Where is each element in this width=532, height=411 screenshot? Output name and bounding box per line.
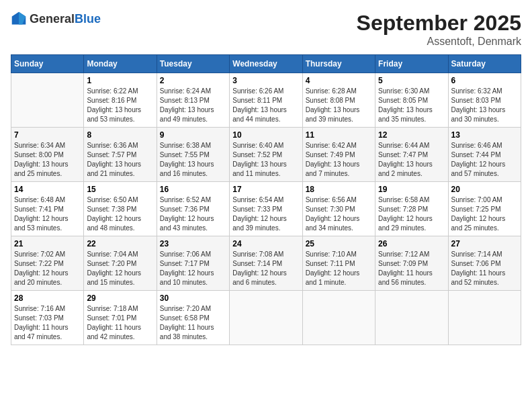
day-number: 20 xyxy=(451,185,518,194)
day-number: 10 xyxy=(232,130,299,140)
header: GeneralBlue September 2025 Assentoft, De… xyxy=(11,11,521,48)
day-number: 13 xyxy=(451,130,518,140)
calendar-cell xyxy=(375,291,448,345)
calendar-cell: 25Sunrise: 7:10 AM Sunset: 7:11 PM Dayli… xyxy=(302,236,375,291)
calendar-cell: 21Sunrise: 7:02 AM Sunset: 7:22 PM Dayli… xyxy=(11,236,84,291)
weekday-header: Thursday xyxy=(302,55,375,73)
day-number: 17 xyxy=(232,185,299,194)
day-info: Sunrise: 6:54 AM Sunset: 7:33 PM Dayligh… xyxy=(232,195,299,233)
calendar-cell: 30Sunrise: 7:20 AM Sunset: 6:58 PM Dayli… xyxy=(157,291,229,345)
month-title: September 2025 xyxy=(357,11,521,36)
weekday-header: Tuesday xyxy=(157,55,229,73)
calendar-cell: 26Sunrise: 7:12 AM Sunset: 7:09 PM Dayli… xyxy=(375,236,448,291)
day-info: Sunrise: 7:16 AM Sunset: 7:03 PM Dayligh… xyxy=(14,304,81,342)
calendar-cell: 17Sunrise: 6:54 AM Sunset: 7:33 PM Dayli… xyxy=(230,182,302,236)
day-number: 27 xyxy=(451,239,518,248)
calendar-cell: 14Sunrise: 6:48 AM Sunset: 7:41 PM Dayli… xyxy=(11,182,84,236)
day-info: Sunrise: 7:20 AM Sunset: 6:58 PM Dayligh… xyxy=(160,304,226,342)
day-info: Sunrise: 7:18 AM Sunset: 7:01 PM Dayligh… xyxy=(87,304,153,342)
day-number: 29 xyxy=(87,293,153,303)
day-info: Sunrise: 6:56 AM Sunset: 7:30 PM Dayligh… xyxy=(306,195,372,233)
day-number: 18 xyxy=(306,185,372,194)
day-info: Sunrise: 6:32 AM Sunset: 8:03 PM Dayligh… xyxy=(451,87,518,124)
day-number: 30 xyxy=(160,293,226,303)
calendar-cell: 24Sunrise: 7:08 AM Sunset: 7:14 PM Dayli… xyxy=(230,236,302,291)
day-number: 21 xyxy=(14,239,81,248)
calendar-cell: 4Sunrise: 6:28 AM Sunset: 8:08 PM Daylig… xyxy=(302,73,375,128)
calendar-week-row: 21Sunrise: 7:02 AM Sunset: 7:22 PM Dayli… xyxy=(11,236,521,291)
day-info: Sunrise: 7:12 AM Sunset: 7:09 PM Dayligh… xyxy=(378,250,445,287)
calendar-cell: 10Sunrise: 6:40 AM Sunset: 7:52 PM Dayli… xyxy=(230,128,302,182)
calendar-cell: 12Sunrise: 6:44 AM Sunset: 7:47 PM Dayli… xyxy=(375,128,448,182)
calendar-cell: 28Sunrise: 7:16 AM Sunset: 7:03 PM Dayli… xyxy=(11,291,84,345)
calendar-cell: 11Sunrise: 6:42 AM Sunset: 7:49 PM Dayli… xyxy=(302,128,375,182)
calendar-cell: 18Sunrise: 6:56 AM Sunset: 7:30 PM Dayli… xyxy=(302,182,375,236)
day-number: 25 xyxy=(306,239,372,248)
calendar-cell: 13Sunrise: 6:46 AM Sunset: 7:44 PM Dayli… xyxy=(448,128,521,182)
day-info: Sunrise: 6:42 AM Sunset: 7:49 PM Dayligh… xyxy=(306,141,372,179)
day-info: Sunrise: 7:14 AM Sunset: 7:06 PM Dayligh… xyxy=(451,250,518,287)
logo-icon xyxy=(11,11,27,27)
day-number: 4 xyxy=(306,76,372,85)
day-number: 7 xyxy=(14,130,81,140)
day-number: 6 xyxy=(451,76,518,85)
day-number: 28 xyxy=(14,293,81,303)
day-number: 11 xyxy=(306,130,372,140)
weekday-header: Saturday xyxy=(448,55,521,73)
day-info: Sunrise: 6:34 AM Sunset: 8:00 PM Dayligh… xyxy=(14,141,81,179)
calendar-cell: 7Sunrise: 6:34 AM Sunset: 8:00 PM Daylig… xyxy=(11,128,84,182)
day-number: 12 xyxy=(378,130,445,140)
day-info: Sunrise: 6:48 AM Sunset: 7:41 PM Dayligh… xyxy=(14,195,81,233)
calendar-cell: 3Sunrise: 6:26 AM Sunset: 8:11 PM Daylig… xyxy=(230,73,302,128)
day-info: Sunrise: 6:44 AM Sunset: 7:47 PM Dayligh… xyxy=(378,141,445,179)
calendar-cell xyxy=(302,291,375,345)
logo: GeneralBlue xyxy=(11,11,101,27)
day-number: 14 xyxy=(14,185,81,194)
day-number: 16 xyxy=(160,185,226,194)
day-info: Sunrise: 7:04 AM Sunset: 7:20 PM Dayligh… xyxy=(87,250,153,287)
calendar-cell: 5Sunrise: 6:30 AM Sunset: 8:05 PM Daylig… xyxy=(375,73,448,128)
day-info: Sunrise: 6:30 AM Sunset: 8:05 PM Dayligh… xyxy=(378,87,445,124)
calendar-cell: 6Sunrise: 6:32 AM Sunset: 8:03 PM Daylig… xyxy=(448,73,521,128)
calendar-header: SundayMondayTuesdayWednesdayThursdayFrid… xyxy=(11,55,521,73)
day-number: 9 xyxy=(160,130,226,140)
day-info: Sunrise: 6:36 AM Sunset: 7:57 PM Dayligh… xyxy=(87,141,153,179)
calendar-cell: 16Sunrise: 6:52 AM Sunset: 7:36 PM Dayli… xyxy=(157,182,229,236)
calendar-week-row: 14Sunrise: 6:48 AM Sunset: 7:41 PM Dayli… xyxy=(11,182,521,236)
weekday-header: Friday xyxy=(375,55,448,73)
logo-text-general: General xyxy=(30,12,75,26)
calendar-week-row: 7Sunrise: 6:34 AM Sunset: 8:00 PM Daylig… xyxy=(11,128,521,182)
calendar-cell: 15Sunrise: 6:50 AM Sunset: 7:38 PM Dayli… xyxy=(84,182,157,236)
calendar-cell: 20Sunrise: 7:00 AM Sunset: 7:25 PM Dayli… xyxy=(448,182,521,236)
day-info: Sunrise: 7:02 AM Sunset: 7:22 PM Dayligh… xyxy=(14,250,81,287)
day-number: 23 xyxy=(160,239,226,248)
day-info: Sunrise: 6:28 AM Sunset: 8:08 PM Dayligh… xyxy=(306,87,372,124)
location-title: Assentoft, Denmark xyxy=(357,36,521,48)
day-number: 26 xyxy=(378,239,445,248)
calendar-cell: 1Sunrise: 6:22 AM Sunset: 8:16 PM Daylig… xyxy=(84,73,157,128)
day-info: Sunrise: 6:38 AM Sunset: 7:55 PM Dayligh… xyxy=(160,141,226,179)
calendar-cell: 29Sunrise: 7:18 AM Sunset: 7:01 PM Dayli… xyxy=(84,291,157,345)
day-number: 19 xyxy=(378,185,445,194)
weekday-header: Monday xyxy=(84,55,157,73)
day-number: 5 xyxy=(378,76,445,85)
day-info: Sunrise: 6:22 AM Sunset: 8:16 PM Dayligh… xyxy=(87,87,153,124)
calendar-week-row: 1Sunrise: 6:22 AM Sunset: 8:16 PM Daylig… xyxy=(11,73,521,128)
day-info: Sunrise: 7:08 AM Sunset: 7:14 PM Dayligh… xyxy=(232,250,299,287)
title-area: September 2025 Assentoft, Denmark xyxy=(357,11,521,48)
calendar-cell: 2Sunrise: 6:24 AM Sunset: 8:13 PM Daylig… xyxy=(157,73,229,128)
day-info: Sunrise: 6:46 AM Sunset: 7:44 PM Dayligh… xyxy=(451,141,518,179)
calendar-cell: 9Sunrise: 6:38 AM Sunset: 7:55 PM Daylig… xyxy=(157,128,229,182)
day-number: 3 xyxy=(232,76,299,85)
calendar-cell: 27Sunrise: 7:14 AM Sunset: 7:06 PM Dayli… xyxy=(448,236,521,291)
calendar-cell xyxy=(448,291,521,345)
day-info: Sunrise: 6:26 AM Sunset: 8:11 PM Dayligh… xyxy=(232,87,299,124)
calendar-cell: 19Sunrise: 6:58 AM Sunset: 7:28 PM Dayli… xyxy=(375,182,448,236)
day-number: 15 xyxy=(87,185,153,194)
day-info: Sunrise: 6:24 AM Sunset: 8:13 PM Dayligh… xyxy=(160,87,226,124)
calendar-cell: 8Sunrise: 6:36 AM Sunset: 7:57 PM Daylig… xyxy=(84,128,157,182)
calendar-body: 1Sunrise: 6:22 AM Sunset: 8:16 PM Daylig… xyxy=(11,73,521,345)
day-info: Sunrise: 7:00 AM Sunset: 7:25 PM Dayligh… xyxy=(451,195,518,233)
day-info: Sunrise: 7:10 AM Sunset: 7:11 PM Dayligh… xyxy=(306,250,372,287)
calendar-cell xyxy=(230,291,302,345)
